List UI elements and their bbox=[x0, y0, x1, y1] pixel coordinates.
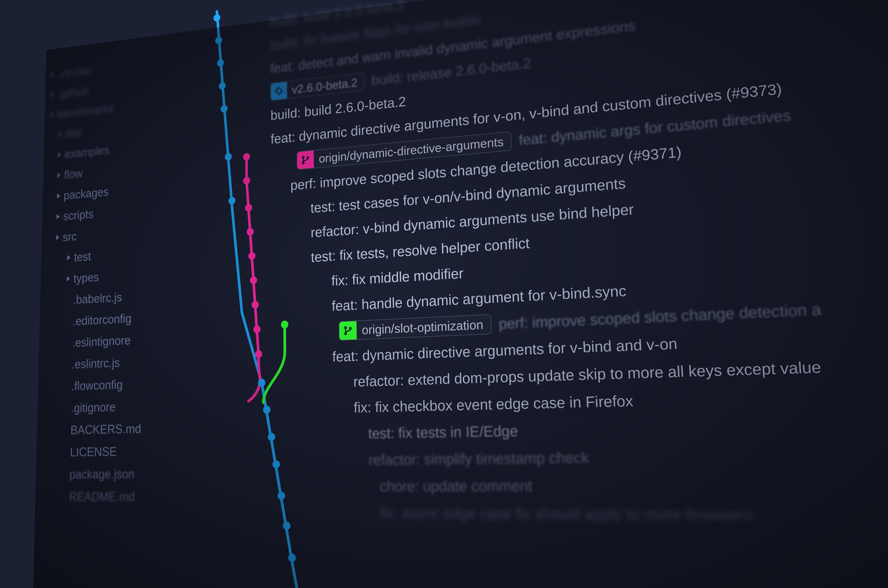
commit-row[interactable]: chore: update comment bbox=[272, 468, 888, 500]
tree-label: .eslintrc.js bbox=[72, 356, 120, 371]
tree-label: flow bbox=[64, 166, 83, 182]
tree-label: benchmarks bbox=[57, 101, 114, 121]
tree-label: examples bbox=[65, 143, 110, 161]
tree-label: package.json bbox=[69, 466, 135, 482]
svg-point-13 bbox=[288, 554, 296, 562]
svg-point-15 bbox=[243, 177, 250, 185]
tree-file[interactable]: package.json bbox=[42, 462, 196, 485]
tree-label: dist bbox=[65, 126, 81, 140]
tree-label: .flowconfig bbox=[71, 377, 123, 393]
svg-point-2 bbox=[217, 59, 224, 67]
branch-label: origin/slot-optimization bbox=[356, 318, 491, 336]
chevron-right-icon bbox=[67, 276, 70, 282]
tree-label: .github bbox=[57, 84, 89, 100]
chevron-right-icon bbox=[57, 172, 61, 178]
svg-point-20 bbox=[252, 301, 259, 309]
chevron-right-icon bbox=[51, 72, 54, 77]
svg-point-27 bbox=[307, 157, 309, 159]
tree-label: .editorconfig bbox=[72, 311, 131, 328]
svg-point-0 bbox=[213, 14, 220, 22]
svg-point-26 bbox=[302, 162, 304, 164]
tree-label: .babelrc.js bbox=[73, 290, 122, 307]
svg-point-28 bbox=[344, 327, 346, 329]
svg-point-17 bbox=[247, 228, 254, 236]
svg-point-30 bbox=[350, 327, 351, 329]
chevron-right-icon bbox=[58, 152, 61, 158]
svg-point-19 bbox=[250, 276, 257, 284]
spacer bbox=[65, 384, 68, 389]
spacer bbox=[63, 427, 67, 433]
svg-point-6 bbox=[228, 196, 235, 205]
tag-icon bbox=[271, 82, 287, 100]
svg-point-18 bbox=[248, 252, 255, 260]
tree-file[interactable]: LICENSE bbox=[42, 439, 197, 464]
svg-point-4 bbox=[221, 105, 228, 113]
svg-point-22 bbox=[255, 350, 262, 358]
spacer bbox=[66, 319, 69, 324]
chevron-right-icon bbox=[57, 193, 60, 199]
svg-point-8 bbox=[263, 406, 270, 414]
svg-point-1 bbox=[215, 36, 222, 44]
tree-label: scripts bbox=[63, 207, 93, 223]
svg-point-16 bbox=[245, 204, 252, 212]
tree-label: BACKERS.md bbox=[70, 422, 141, 437]
tree-label: .eslintignore bbox=[72, 333, 131, 350]
spacer bbox=[62, 494, 66, 500]
tree-label: types bbox=[74, 270, 99, 285]
tree-label: .gitignore bbox=[71, 400, 116, 415]
chevron-right-icon bbox=[57, 214, 60, 219]
tree-label: LICENSE bbox=[70, 444, 117, 459]
svg-point-3 bbox=[219, 82, 226, 90]
svg-point-21 bbox=[253, 326, 260, 333]
svg-point-5 bbox=[225, 153, 232, 161]
tree-file[interactable]: README.md bbox=[41, 485, 196, 508]
tree-label: README.md bbox=[69, 489, 135, 504]
chevron-right-icon bbox=[51, 92, 54, 98]
branch-pill[interactable]: origin/slot-optimization bbox=[339, 314, 491, 340]
commit-message: chore: update comment bbox=[272, 478, 533, 494]
commit-message: refactor: simplify timestamp check bbox=[272, 450, 589, 468]
chevron-right-icon bbox=[50, 112, 53, 117]
commit-message: fix: fix checkbox event edge case in Fir… bbox=[272, 393, 634, 417]
git-branch-icon bbox=[297, 150, 314, 170]
git-branch-icon bbox=[339, 321, 357, 340]
chevron-right-icon bbox=[56, 235, 60, 240]
tree-label: .circleci bbox=[58, 63, 92, 81]
svg-point-14 bbox=[243, 153, 250, 161]
spacer bbox=[66, 297, 70, 303]
spacer bbox=[63, 472, 66, 477]
tree-label: packages bbox=[63, 185, 109, 202]
tree-file[interactable]: .gitignore bbox=[43, 393, 197, 420]
spacer bbox=[65, 362, 68, 367]
spacer bbox=[64, 405, 67, 411]
commit-list[interactable]: build: build 2.6.0-beta.3 build: fix fea… bbox=[270, 0, 888, 532]
chevron-right-icon bbox=[59, 132, 62, 137]
commit-message: fix: async edge case fix should apply to… bbox=[272, 505, 754, 523]
commit-message: test: fix tests in IE/Edge bbox=[272, 423, 518, 442]
file-tree[interactable]: .circleci .github benchmarks dist exampl… bbox=[35, 30, 198, 508]
chevron-right-icon bbox=[67, 255, 71, 260]
spacer bbox=[65, 340, 69, 346]
svg-point-29 bbox=[345, 333, 347, 335]
commit-row[interactable]: fix: async edge case fix should apply to… bbox=[272, 500, 888, 532]
spacer bbox=[63, 449, 66, 455]
tag-label: v2.6.0-beta.2 bbox=[287, 76, 364, 96]
svg-point-25 bbox=[302, 156, 304, 158]
tree-label: test bbox=[74, 249, 91, 264]
tree-label: src bbox=[63, 229, 77, 244]
tree-file[interactable]: BACKERS.md bbox=[43, 416, 197, 441]
